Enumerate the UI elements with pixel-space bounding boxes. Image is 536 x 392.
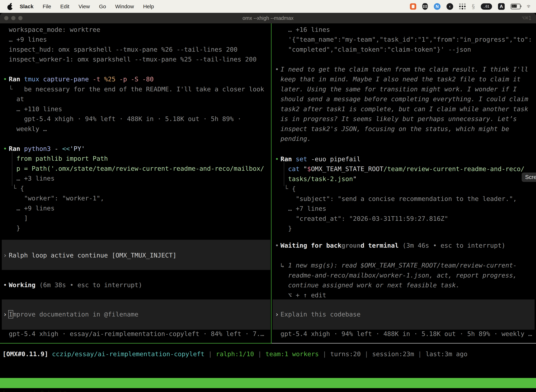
menu-item-view[interactable]: View: [78, 4, 90, 9]
text-segment: groun: [341, 242, 360, 249]
terminal-line: "created_at": "2026-03-31T11:59:27.816Z": [272, 214, 536, 224]
text-segment: }: [281, 225, 292, 232]
menu-item-file[interactable]: File: [43, 4, 51, 9]
prompt-chevron-icon: ›: [3, 250, 7, 260]
terminal-line: weekly …: [0, 124, 271, 134]
text-segment: python3: [24, 145, 54, 152]
menu-item-window[interactable]: Window: [115, 4, 134, 9]
text-segment: is in progress? It seems likely but perh…: [281, 115, 517, 122]
text-segment: pending.: [281, 135, 311, 142]
text-segment: |: [414, 350, 426, 358]
text-segment: … +16 lines: [281, 26, 330, 33]
text-segment: "created_at": "2026-03-31T11:59:27.816Z": [281, 215, 448, 222]
window-shortcut-hint: ⌥⌘1: [522, 13, 531, 23]
text-segment: {: [292, 185, 296, 192]
text-segment: set: [296, 155, 311, 163]
text-segment: Ran: [9, 75, 24, 83]
text-segment: inspect_hud: omx sparkshell --tmux-pane …: [9, 46, 237, 53]
text-segment: |: [205, 350, 216, 358]
dots-grid-icon[interactable]: [459, 3, 466, 9]
omx-status-line: [OMX#0.11.9] cczip/essay/ai-reimplementa…: [2, 349, 467, 359]
window-title: omx --xhigh --madmax: [0, 13, 536, 23]
battery-charging-icon[interactable]: ϟ: [511, 4, 521, 9]
right-pane[interactable]: … +16 lines '{"team_name":"my-team","tas…: [272, 23, 536, 343]
text-segment: -: [54, 145, 62, 152]
chat-app-icon[interactable]: [410, 3, 416, 10]
text-segment: |: [361, 350, 372, 358]
text-segment: … +3 lines: [9, 175, 54, 182]
bullet-icon: •: [3, 144, 7, 154]
a-badge-icon[interactable]: A: [498, 3, 505, 10]
text-segment: p = Path('.omx/state/team/review-current…: [9, 165, 264, 172]
text-segment: {: [20, 185, 24, 192]
text-segment: readme-and-reco/mailbox/worker-1.json, a…: [288, 272, 517, 279]
terminal-line: tasks/task-2.json": [272, 174, 536, 184]
bullet-icon: •: [275, 154, 279, 164]
terminal-line: workspace_mode: worktree: [0, 25, 271, 35]
text-segment: tasks/task-2.json: [288, 175, 353, 182]
terminal-line: pending.: [272, 134, 536, 144]
percent-badge-icon[interactable]: ..61: [481, 3, 492, 10]
terminal-line: └ be necessary for the end of the README…: [0, 84, 271, 94]
screen-tooltip: Scre: [522, 173, 536, 182]
terminal-line: … +7 lines: [272, 204, 536, 214]
terminal-line: readme-and-reco/mailbox/worker-1.json, a…: [272, 270, 536, 280]
terminal-line: … +110 lines: [0, 104, 271, 114]
terminal-line: task2 after task1 is complete, but can I…: [272, 104, 536, 114]
text-segment: ": [303, 165, 307, 173]
text-segment: Waiting for back: [281, 242, 341, 249]
text-segment: └: [13, 185, 20, 192]
text-segment: cczip/essay/ai-reimplementation-copyleft: [52, 350, 205, 358]
terminal-line: ]: [0, 213, 271, 223]
terminal-line: •Ran set -euo pipefail: [272, 154, 536, 164]
text-segment: Explain this codebase: [281, 311, 360, 318]
window-title-bar[interactable]: omx --xhigh --madmax ⌥⌘1: [0, 13, 536, 24]
dark-circle-icon[interactable]: ‹: [446, 3, 453, 10]
terminal-line: ›Explain this codebase: [272, 309, 536, 319]
text-segment: workspace_mode: worktree: [9, 26, 100, 33]
prompt-chevron-icon: ›: [275, 309, 279, 319]
text-segment: gpt-5.4 xhigh · 94% left · 488K in · 5.1…: [9, 115, 241, 122]
terminal-line: •Waiting for background terminal (3m 46s…: [272, 240, 536, 250]
screen: Slack FileEditViewGoWindowHelp N ‹ § ..6…: [0, 0, 536, 392]
text-segment: [48, 350, 52, 358]
text-segment: -S: [131, 75, 142, 83]
wifi-icon[interactable]: ᯤ: [526, 3, 532, 10]
bullet-icon: •: [3, 280, 7, 290]
text-segment: Ran: [9, 145, 24, 152]
text-segment: └: [9, 85, 24, 93]
terminal-line: "subject": "send a concise recommendatio…: [272, 194, 536, 204]
text-segment: [9, 185, 13, 192]
text-segment: $: [307, 165, 311, 173]
text-segment: continue assigned work or next feasible …: [288, 281, 459, 289]
apple-menu-icon[interactable]: [7, 3, 13, 10]
text-segment: [281, 272, 288, 279]
terminal-line: "completed","claim_token":"claim-token"}…: [272, 44, 536, 54]
menu-bar: Slack FileEditViewGoWindowHelp N ‹ § ..6…: [0, 0, 536, 13]
terminal-line: ›Improve documentation in @filename: [0, 309, 271, 319]
terminal-line: gpt-5.4 xhigh · 94% left · 488K in · 5.1…: [0, 114, 271, 124]
pane-divider[interactable]: [271, 23, 272, 343]
text-segment: at: [9, 95, 24, 103]
tmux-session-label: [omx-cczip0:bash*: [2, 388, 67, 392]
terminal-window: omx --xhigh --madmax ⌥⌘1 workspace_mode:…: [0, 13, 536, 392]
terminal-line: gpt-5.4 xhigh · 94% left · 488K in · 5.1…: [272, 329, 536, 339]
text-segment: inspect_worker-1: omx sparkshell --tmux-…: [9, 56, 257, 63]
menu-item-edit[interactable]: Edit: [60, 4, 69, 9]
text-segment: (3m 46s • esc to interrupt): [399, 242, 505, 249]
text-segment: session:23m: [372, 350, 414, 358]
terminal-line: ⌥ + ↑ edit: [272, 290, 536, 300]
text-segment: tmux: [24, 75, 43, 83]
left-pane[interactable]: workspace_mode: worktree… +9 linesinspec…: [0, 23, 271, 343]
terminal-line: ›Ralph loop active continue [OMX_TMUX_IN…: [0, 250, 271, 260]
blue-badge-icon[interactable]: N: [434, 3, 440, 10]
menu-item-help[interactable]: Help: [143, 4, 154, 9]
menu-item-go[interactable]: Go: [99, 4, 106, 9]
shield-grid-icon[interactable]: [422, 3, 428, 10]
text-segment: last:3m ago: [426, 350, 467, 358]
menu-app-name[interactable]: Slack: [20, 4, 34, 9]
text-segment: '{"team_name":"my-team","task_id":"1","f…: [281, 36, 532, 43]
hook-squiggle-icon[interactable]: §: [472, 3, 475, 10]
terminal-line: … +9 lines: [0, 34, 271, 44]
terminal-line: ↳ 1 new msg(s): read $OMX_TEAM_STATE_ROO…: [272, 260, 536, 270]
